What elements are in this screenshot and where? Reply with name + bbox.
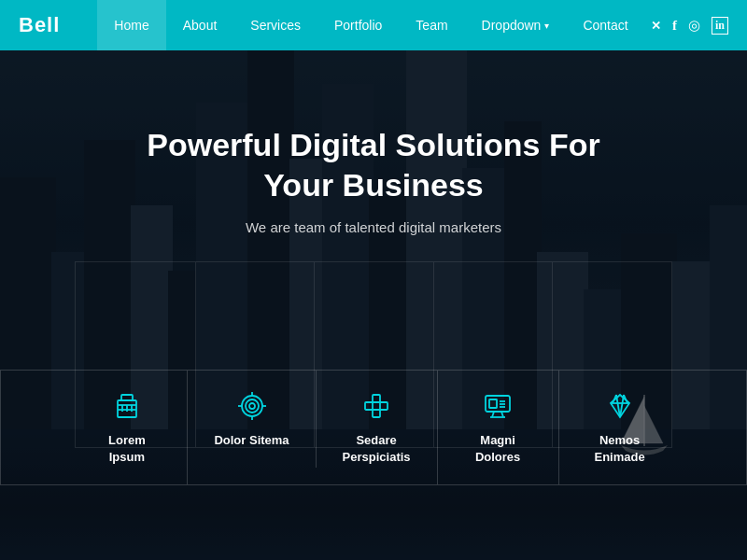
feature-label-lorem-ipsum: Lorem Ipsum <box>108 432 146 466</box>
feature-item-magni-dolores[interactable]: Magni Dolores <box>438 371 559 484</box>
svg-rect-17 <box>373 395 380 417</box>
hero-subtitle: We are team of talented digital marketer… <box>246 219 501 235</box>
svg-rect-4 <box>121 395 133 400</box>
nav-link-dropdown[interactable]: Dropdown▾ <box>465 0 567 50</box>
nav-link-services[interactable]: Services <box>233 0 317 50</box>
nav-link-contact[interactable]: Contact <box>566 0 644 50</box>
features-strip: Lorem Ipsum Dolor Sitema Sedare Perspici… <box>0 370 747 485</box>
twitter-icon[interactable]: ✕ <box>651 19 661 33</box>
feature-item-nemos-enimade[interactable]: Nemos Enimade <box>559 371 681 484</box>
linkedin-icon[interactable]: in <box>712 17 728 35</box>
nav-link-home[interactable]: Home <box>97 0 165 50</box>
feature-label-nemos-enimade: Nemos Enimade <box>595 432 645 466</box>
dropdown-arrow-icon: ▾ <box>544 21 549 31</box>
monitor-icon <box>481 389 514 423</box>
svg-rect-23 <box>489 399 497 408</box>
feature-label-magni-dolores: Magni Dolores <box>475 432 520 466</box>
nav-link-about[interactable]: About <box>166 0 234 50</box>
feature-label-dolor-sitema: Dolor Sitema <box>214 432 289 449</box>
svg-point-11 <box>246 399 259 413</box>
nav-link-portfolio[interactable]: Portfolio <box>317 0 399 50</box>
navbar: Bell HomeAboutServicesPortfolioTeamDropd… <box>0 0 747 50</box>
building-icon <box>110 389 144 423</box>
feature-item-lorem-ipsum[interactable]: Lorem Ipsum <box>66 371 188 484</box>
diamond-icon <box>603 389 637 423</box>
facebook-icon[interactable]: f <box>672 18 677 34</box>
svg-rect-18 <box>365 402 388 410</box>
cross-icon <box>359 389 393 423</box>
social-icons: ✕ f ◎ in <box>651 17 728 35</box>
brand-logo[interactable]: Bell <box>19 13 60 37</box>
feature-item-sedare-perspiciatis[interactable]: Sedare Perspiciatis <box>317 371 438 484</box>
svg-point-12 <box>249 403 255 409</box>
feature-item-dolor-sitema[interactable]: Dolor Sitema <box>188 371 316 468</box>
nav-link-team[interactable]: Team <box>399 0 464 50</box>
instagram-icon[interactable]: ◎ <box>688 17 700 34</box>
hero-title: Powerful Digital Solutions For Your Busi… <box>140 125 607 204</box>
target-icon <box>235 389 269 423</box>
nav-links: HomeAboutServicesPortfolioTeamDropdown▾C… <box>97 0 651 50</box>
feature-label-sedare-perspiciatis: Sedare Perspiciatis <box>343 432 411 466</box>
